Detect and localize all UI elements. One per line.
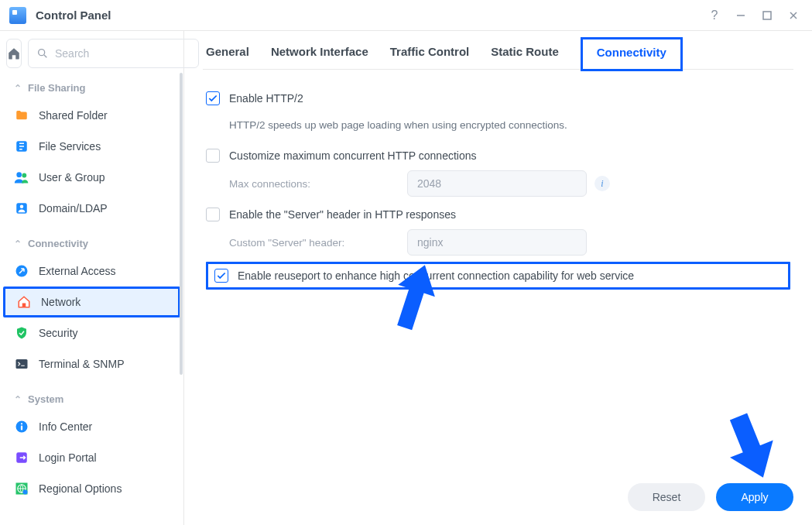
sidebar-item-user-group[interactable]: User & Group	[0, 162, 183, 193]
checkbox-http2[interactable]	[206, 91, 220, 105]
http2-description: HTTP/2 speeds up web page loading when u…	[229, 119, 567, 131]
search-field[interactable]	[28, 39, 199, 68]
svg-point-10	[20, 205, 24, 209]
sidebar-item-label: External Access	[39, 265, 116, 277]
checkbox-label: Enable the "Server" header in HTTP respo…	[229, 208, 456, 221]
close-button[interactable]	[784, 6, 803, 25]
sidebar-item-label: Login Portal	[39, 451, 97, 464]
section-file-sharing[interactable]: ⌃ File Sharing	[0, 76, 183, 100]
section-label: File Sharing	[28, 82, 85, 94]
section-label: Connectivity	[28, 238, 88, 249]
domain-icon	[14, 201, 29, 216]
network-icon	[16, 294, 32, 310]
svg-point-8	[22, 173, 26, 178]
tab-static-route[interactable]: Static Route	[491, 45, 559, 69]
chevron-up-icon: ⌃	[14, 83, 22, 94]
sidebar-item-label: Regional Options	[39, 482, 122, 495]
apply-button[interactable]: Apply	[716, 483, 793, 511]
sidebar-item-label: Domain/LDAP	[39, 202, 108, 214]
globe-icon	[14, 481, 29, 496]
sidebar-item-external-access[interactable]: External Access	[0, 256, 183, 287]
help-button[interactable]: ?	[705, 6, 724, 25]
highlighted-reuseport-row: Enable reuseport to enhance high concurr…	[206, 262, 790, 290]
footer: Reset Apply	[203, 469, 793, 511]
app-icon	[9, 7, 26, 24]
sidebar-item-info-center[interactable]: Info Center	[0, 411, 183, 442]
sidebar-item-label: Security	[39, 327, 78, 339]
scrollbar[interactable]	[180, 73, 183, 375]
checkbox-label: Customize maximum concurrent HTTP connec…	[229, 149, 477, 162]
sidebar-item-regional-options[interactable]: Regional Options	[0, 473, 183, 504]
terminal-icon	[14, 356, 29, 372]
form: Enable HTTP/2 HTTP/2 speeds up web page …	[203, 70, 793, 290]
reset-button[interactable]: Reset	[628, 483, 705, 511]
maximize-button[interactable]	[758, 6, 776, 25]
sidebar-item-label: User & Group	[39, 171, 105, 184]
svg-rect-1	[763, 12, 771, 19]
sidebar-item-label: Network	[41, 296, 81, 308]
sidebar-item-file-services[interactable]: File Services	[0, 131, 183, 162]
checkbox-server-header[interactable]	[206, 208, 220, 221]
svg-line-5	[44, 55, 46, 57]
section-system[interactable]: ⌃ System	[0, 387, 183, 411]
sidebar-item-security[interactable]: Security	[0, 317, 183, 348]
section-connectivity[interactable]: ⌃ Connectivity	[0, 232, 183, 256]
chevron-up-icon: ⌃	[14, 394, 22, 405]
info-icon[interactable]: i	[594, 176, 610, 191]
svg-point-4	[39, 50, 45, 56]
svg-rect-16	[21, 426, 22, 431]
user-group-icon	[14, 170, 29, 185]
sidebar-item-label: Info Center	[39, 420, 92, 433]
tab-traffic-control[interactable]: Traffic Control	[390, 45, 470, 69]
sidebar-item-label: File Services	[39, 140, 101, 153]
custom-header-label: Custom "Server" header:	[229, 237, 407, 249]
svg-point-7	[16, 172, 22, 177]
sidebar-item-shared-folder[interactable]: Shared Folder	[0, 100, 183, 131]
home-icon	[7, 46, 21, 60]
file-services-icon	[14, 139, 29, 154]
svg-point-15	[21, 423, 22, 424]
checkbox-customize-max[interactable]	[206, 149, 220, 163]
max-connections-label: Max connections:	[229, 178, 407, 190]
tab-connectivity[interactable]: Connectivity	[581, 37, 683, 71]
sidebar-item-network[interactable]: Network	[3, 287, 180, 317]
minimize-button[interactable]	[731, 6, 750, 25]
max-connections-input[interactable]	[407, 170, 587, 197]
sidebar-item-domain-ldap[interactable]: Domain/LDAP	[0, 193, 183, 224]
window-title: Control Panel	[36, 9, 111, 22]
sidebar-item-terminal-snmp[interactable]: Terminal & SNMP	[0, 348, 183, 379]
tab-general[interactable]: General	[206, 45, 249, 69]
sidebar-item-label: Terminal & SNMP	[39, 358, 124, 370]
info-icon	[14, 419, 29, 434]
titlebar: Control Panel ?	[0, 0, 812, 31]
tab-bar: General Network Interface Traffic Contro…	[203, 31, 793, 70]
sidebar-item-label: Shared Folder	[39, 109, 108, 122]
external-access-icon	[14, 263, 29, 279]
folder-icon	[14, 108, 29, 123]
sidebar: ⌃ File Sharing Shared Folder File Servic…	[0, 31, 184, 525]
home-button[interactable]	[6, 39, 22, 68]
svg-point-20	[23, 490, 28, 495]
search-icon	[36, 47, 49, 60]
tab-network-interface[interactable]: Network Interface	[271, 45, 368, 69]
annotation-arrow-icon	[387, 263, 441, 333]
content-area: General Network Interface Traffic Contro…	[184, 31, 812, 525]
shield-icon	[14, 325, 29, 341]
section-label: System	[28, 393, 63, 405]
search-input[interactable]	[55, 47, 190, 60]
svg-rect-12	[22, 304, 26, 307]
checkbox-reuseport[interactable]	[214, 269, 228, 283]
annotation-arrow-icon	[719, 410, 781, 480]
chevron-up-icon: ⌃	[14, 238, 22, 249]
custom-header-input[interactable]	[407, 229, 587, 256]
login-portal-icon	[14, 450, 29, 465]
svg-rect-13	[16, 359, 28, 369]
sidebar-item-login-portal[interactable]: Login Portal	[0, 442, 183, 473]
checkbox-label: Enable HTTP/2	[229, 92, 303, 105]
